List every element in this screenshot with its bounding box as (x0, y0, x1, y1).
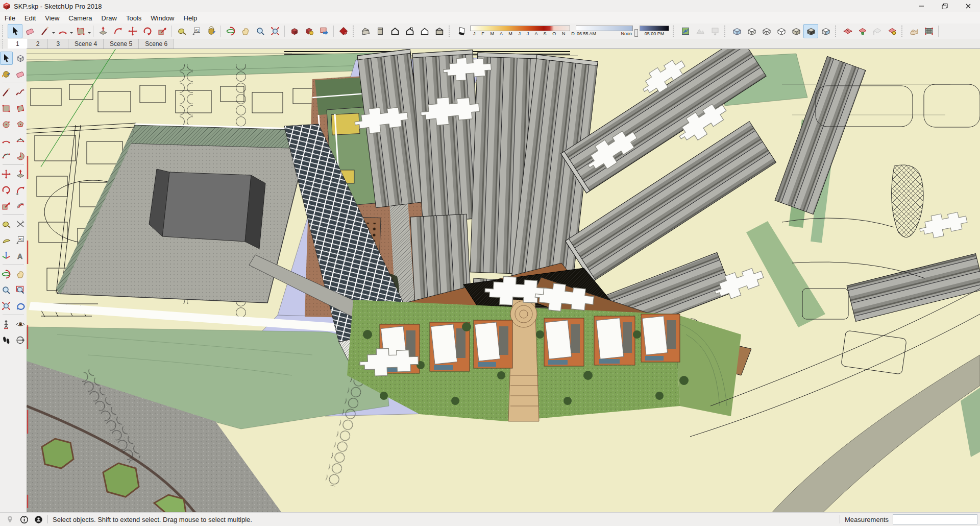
rotate-tool-button[interactable] (140, 24, 155, 38)
palette-rotate-button[interactable] (0, 183, 13, 197)
text-tool-button[interactable]: A1 (189, 24, 204, 38)
palette-zoom-extents-button[interactable] (0, 299, 13, 313)
palette-3d-text-button[interactable]: A (14, 249, 27, 262)
rectangle-dropdown-caret[interactable] (88, 32, 91, 35)
tape-measure-tool-button[interactable] (174, 24, 189, 38)
palette-position-camera-button[interactable] (0, 318, 13, 331)
menu-help[interactable]: Help (179, 12, 202, 23)
palette-line-button[interactable] (0, 86, 13, 99)
style-shaded-button[interactable] (789, 24, 803, 38)
palette-text-button[interactable]: A1 (14, 233, 27, 247)
palette-offset-button[interactable] (14, 199, 27, 212)
style-wireframe-button[interactable] (759, 24, 774, 38)
palette-arc-button[interactable] (0, 133, 13, 147)
push-pull-tool-button[interactable] (95, 24, 110, 38)
palette-compass-button[interactable] (14, 333, 27, 347)
style-back-edges-button[interactable] (744, 24, 759, 38)
palette-paint-bucket-button[interactable] (0, 67, 13, 81)
shadow-month-slider[interactable]: J F M A M J J A S O N D (470, 26, 570, 37)
scene-tab-2[interactable]: 2 (28, 39, 48, 49)
scene-tab-4[interactable]: Scene 4 (68, 39, 104, 49)
shadow-toggle-button[interactable] (454, 24, 469, 38)
sandbox-from-scratch-button[interactable] (921, 24, 936, 38)
time-slider-thumb[interactable] (634, 29, 638, 37)
view-right-button[interactable] (402, 24, 417, 38)
palette-walk-button[interactable] (0, 333, 13, 347)
arc-tool-button[interactable] (55, 24, 70, 38)
select-tool-button[interactable] (8, 24, 22, 38)
menu-draw[interactable]: Draw (97, 12, 121, 23)
toolbar-drag-handle[interactable] (2, 25, 6, 37)
palette-protractor-button[interactable] (0, 233, 13, 247)
3d-warehouse-button[interactable] (287, 24, 302, 38)
scene-tab-6[interactable]: Scene 6 (139, 39, 174, 49)
palette-select-button[interactable] (0, 52, 13, 65)
line-tool-button[interactable] (37, 24, 52, 38)
style-hidden-line-button[interactable] (774, 24, 789, 38)
palette-tape-measure-button[interactable] (0, 218, 13, 231)
palette-rectangle-button[interactable] (0, 102, 13, 115)
palette-three-point-arc-button[interactable] (0, 149, 13, 162)
menu-edit[interactable]: Edit (20, 12, 40, 23)
menu-window[interactable]: Window (146, 12, 179, 23)
palette-pie-button[interactable] (14, 149, 27, 162)
view-front-button[interactable] (387, 24, 402, 38)
share-model-button[interactable] (302, 24, 316, 38)
follow-me-tool-button[interactable] (110, 24, 125, 38)
menu-view[interactable]: View (40, 12, 64, 23)
palette-orbit-button[interactable] (0, 268, 13, 281)
scene-tab-3[interactable]: 3 (48, 39, 68, 49)
view-top-button[interactable] (373, 24, 387, 38)
display-section-fill-button[interactable] (885, 24, 899, 38)
palette-freehand-button[interactable] (14, 86, 27, 99)
display-section-cuts-button[interactable] (870, 24, 885, 38)
eraser-tool-button[interactable] (22, 24, 37, 38)
section-plane-button[interactable] (840, 24, 855, 38)
tabs-drag-handle[interactable] (2, 39, 6, 49)
palette-previous-button[interactable] (14, 299, 27, 313)
zoom-tool-button[interactable] (253, 24, 267, 38)
credits-icon[interactable] (20, 515, 29, 524)
zoom-extents-button[interactable] (267, 24, 282, 38)
time-gradient-bar-am[interactable] (576, 26, 633, 31)
photo-textures-button[interactable] (707, 24, 722, 38)
add-location-button[interactable] (678, 24, 693, 38)
send-to-layout-button[interactable] (336, 24, 351, 38)
palette-move-button[interactable] (0, 168, 13, 181)
pan-tool-button[interactable] (238, 24, 253, 38)
palette-scale-button[interactable] (0, 199, 13, 212)
menu-tools[interactable]: Tools (121, 12, 146, 23)
view-left-button[interactable] (432, 24, 447, 38)
paint-bucket-tool-button[interactable] (204, 24, 218, 38)
menu-camera[interactable]: Camera (64, 12, 96, 23)
palette-look-around-button[interactable] (14, 318, 27, 331)
view-back-button[interactable] (417, 24, 432, 38)
close-button[interactable] (957, 0, 980, 12)
sandbox-from-contours-button[interactable] (906, 24, 921, 38)
palette-pan-button[interactable] (14, 268, 27, 281)
orbit-tool-button[interactable] (223, 24, 238, 38)
extension-warehouse-button[interactable] (316, 24, 331, 38)
display-section-planes-button[interactable] (855, 24, 870, 38)
shadow-time-slider-pm[interactable]: 05:00 PM (640, 26, 669, 37)
rectangle-tool-button[interactable] (73, 24, 88, 38)
scene-tab-5[interactable]: Scene 5 (104, 39, 139, 49)
menu-file[interactable]: File (0, 12, 20, 23)
palette-follow-me-button[interactable] (14, 183, 27, 197)
palette-two-point-arc-button[interactable] (14, 133, 27, 147)
palette-dimension-button[interactable] (14, 218, 27, 231)
month-gradient-bar[interactable] (470, 26, 570, 31)
minimize-button[interactable] (910, 0, 933, 12)
view-iso-button[interactable] (358, 24, 373, 38)
palette-polygon-button[interactable] (14, 117, 27, 131)
style-shaded-textures-button[interactable] (803, 24, 818, 38)
geolocation-icon[interactable] (6, 515, 14, 524)
toggle-terrain-button[interactable] (693, 24, 707, 38)
style-monochrome-button[interactable] (818, 24, 833, 38)
sign-in-icon[interactable] (34, 515, 43, 524)
palette-circle-button[interactable] (0, 117, 13, 131)
palette-zoom-window-button[interactable] (14, 283, 27, 297)
palette-make-component-button[interactable] (14, 52, 27, 65)
scene-tab-1[interactable]: 1 (8, 39, 28, 49)
time-gradient-bar-pm[interactable] (640, 26, 669, 31)
